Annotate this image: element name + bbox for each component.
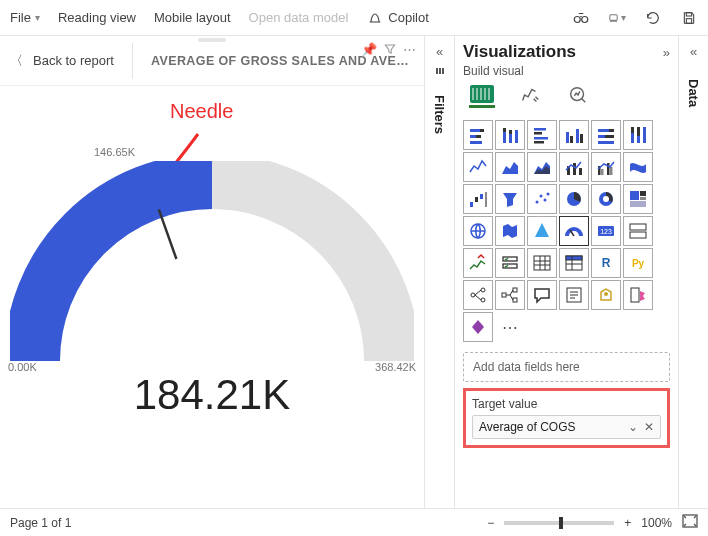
reading-view-label: Reading view (58, 10, 136, 25)
svg-rect-64 (640, 197, 646, 200)
viz-matrix[interactable] (559, 248, 589, 278)
svg-rect-30 (566, 132, 569, 143)
values-field-well[interactable]: Add data fields here (463, 352, 670, 382)
viz-stacked-bar[interactable] (463, 120, 493, 150)
svg-rect-98 (631, 288, 639, 302)
copilot-button[interactable]: Copilot (366, 9, 428, 27)
viz-treemap[interactable] (623, 184, 653, 214)
refresh-icon[interactable] (644, 9, 662, 27)
viz-key-influencers[interactable] (463, 280, 493, 310)
viz-waterfall[interactable] (463, 184, 493, 214)
chevron-down-icon: ▾ (35, 12, 40, 23)
viz-gauge[interactable] (559, 216, 589, 246)
viz-azure-map[interactable] (527, 216, 557, 246)
viz-card[interactable]: 123 (591, 216, 621, 246)
visual-header: 📌 ⋯ 〈 Back to report AVERAGE OF GROSS SA… (0, 36, 424, 86)
open-data-model-label: Open data model (249, 10, 349, 25)
data-pane-label[interactable]: Data (686, 79, 701, 107)
copilot-icon (366, 9, 384, 27)
viz-line-clustered-column[interactable] (591, 152, 621, 182)
drag-handle[interactable] (198, 38, 226, 42)
page-view-icon[interactable]: ▾ (608, 9, 626, 27)
viz-python[interactable]: Py (623, 248, 653, 278)
viz-stacked-area[interactable] (527, 152, 557, 182)
viz-map[interactable] (463, 216, 493, 246)
expand-data-icon[interactable]: « (690, 44, 697, 59)
status-bar: Page 1 of 1 − + 100% (0, 508, 708, 536)
viz-kpi[interactable] (463, 248, 493, 278)
back-to-report-button[interactable]: 〈 Back to report (10, 52, 114, 70)
tab-analytics[interactable] (565, 82, 591, 108)
build-visual-label: Build visual (463, 64, 670, 78)
viz-pie[interactable] (559, 184, 589, 214)
svg-rect-2 (610, 14, 617, 20)
expand-filters-icon[interactable]: « (436, 44, 443, 59)
svg-point-58 (547, 193, 550, 196)
viz-funnel[interactable] (495, 184, 525, 214)
save-icon[interactable] (680, 9, 698, 27)
viz-narrative[interactable] (559, 280, 589, 310)
zoom-slider[interactable] (504, 521, 614, 525)
viz-area[interactable] (495, 152, 525, 182)
svg-rect-16 (470, 129, 480, 132)
data-pane-collapsed: « Data (678, 36, 708, 508)
viz-100-stacked-column[interactable] (623, 120, 653, 150)
viz-scatter[interactable] (527, 184, 557, 214)
svg-rect-53 (480, 194, 483, 199)
viz-100-stacked-bar[interactable] (591, 120, 621, 150)
binoculars-icon[interactable] (572, 9, 590, 27)
target-value-pill[interactable]: Average of COGS ⌄ ✕ (472, 415, 661, 439)
fit-to-page-icon[interactable] (682, 514, 698, 531)
tab-build-visual[interactable] (469, 82, 495, 108)
svg-point-56 (540, 195, 543, 198)
file-menu[interactable]: File ▾ (10, 10, 40, 25)
filters-pane-label[interactable]: Filters (432, 95, 447, 134)
viz-donut[interactable] (591, 184, 621, 214)
collapse-viz-icon[interactable]: » (663, 45, 670, 60)
values-placeholder[interactable]: Add data fields here (463, 352, 670, 382)
viz-multi-row-card[interactable] (623, 216, 653, 246)
filters-icon (434, 65, 446, 79)
viz-table[interactable] (527, 248, 557, 278)
svg-rect-8 (442, 69, 443, 74)
svg-rect-50 (610, 167, 613, 175)
page-indicator: Page 1 of 1 (10, 516, 71, 530)
viz-power-apps[interactable] (463, 312, 493, 342)
zoom-out-button[interactable]: − (487, 516, 494, 530)
svg-point-97 (604, 292, 608, 296)
svg-rect-48 (601, 169, 604, 175)
viz-slicer[interactable] (495, 248, 525, 278)
viz-r-script[interactable]: R (591, 248, 621, 278)
mobile-layout-label: Mobile layout (154, 10, 231, 25)
viz-paginated[interactable] (623, 280, 653, 310)
viz-decomposition[interactable] (495, 280, 525, 310)
viz-stacked-column[interactable] (495, 120, 525, 150)
viz-get-more[interactable]: ⋯ (495, 312, 525, 342)
svg-rect-3 (686, 12, 691, 15)
mobile-layout-button[interactable]: Mobile layout (154, 10, 231, 25)
viz-filled-map[interactable] (495, 216, 525, 246)
zoom-in-button[interactable]: + (624, 516, 631, 530)
chevron-down-icon[interactable]: ⌄ (628, 420, 638, 434)
svg-rect-28 (534, 137, 548, 140)
svg-point-87 (481, 298, 485, 302)
pin-icon[interactable]: 📌 (361, 42, 377, 59)
viz-qa[interactable] (527, 280, 557, 310)
viz-ribbon[interactable] (623, 152, 653, 182)
viz-clustered-column[interactable] (559, 120, 589, 150)
viz-line[interactable] (463, 152, 493, 182)
svg-line-5 (159, 209, 177, 259)
svg-rect-18 (470, 135, 476, 138)
svg-point-57 (544, 199, 547, 202)
remove-icon[interactable]: ✕ (644, 420, 654, 434)
tab-format-visual[interactable] (517, 82, 543, 108)
viz-line-stacked-column[interactable] (559, 152, 589, 182)
filter-icon[interactable] (383, 42, 397, 59)
viz-goals[interactable] (591, 280, 621, 310)
svg-rect-33 (580, 134, 583, 143)
more-icon[interactable]: ⋯ (403, 42, 416, 59)
reading-view-button[interactable]: Reading view (58, 10, 136, 25)
viz-clustered-bar[interactable] (527, 120, 557, 150)
report-canvas: 📌 ⋯ 〈 Back to report AVERAGE OF GROSS SA… (0, 36, 424, 508)
target-pill-label: Average of COGS (479, 420, 576, 434)
